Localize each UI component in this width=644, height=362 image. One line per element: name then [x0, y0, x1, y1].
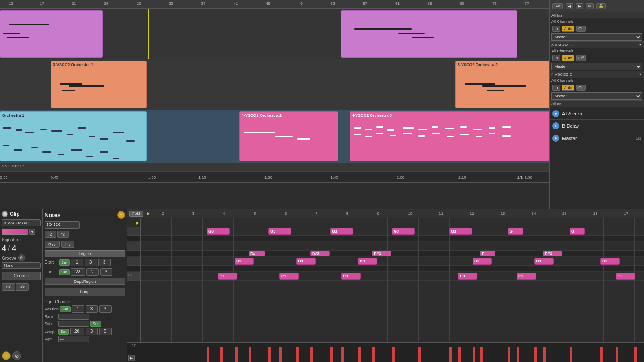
dropdown-arrow-icon[interactable]: ▼: [29, 229, 35, 235]
end-val1[interactable]: [71, 268, 85, 276]
note-g3-bar8[interactable]: G3: [330, 228, 353, 235]
clip-purple-1[interactable]: [0, 10, 103, 58]
clip-name-display[interactable]: 3-VSCO2 Orc: [2, 219, 41, 226]
rt2-master-select[interactable]: Master: [551, 63, 642, 70]
groove-btn[interactable]: ⚙: [18, 254, 25, 261]
vel-play-btn[interactable]: ▶: [128, 355, 135, 361]
send-reverb-icon[interactable]: ▶: [552, 110, 559, 117]
len-val2[interactable]: [86, 328, 98, 335]
piano-key-fs3[interactable]: [127, 236, 140, 242]
pos-val2[interactable]: [86, 305, 98, 313]
clip-lightblue-1[interactable]: Orchestra 1: [0, 111, 147, 161]
nav-prev-btn[interactable]: <<: [2, 283, 15, 291]
groove-value[interactable]: None: [2, 262, 41, 269]
start-val3[interactable]: [98, 259, 111, 266]
note-c3-bar4[interactable]: C3: [218, 273, 237, 280]
dupl-region-btn[interactable]: Dupl.Region: [45, 278, 125, 285]
len-val1[interactable]: [70, 328, 84, 335]
rt2-in-btn[interactable]: In: [552, 55, 560, 61]
rt2-auto-btn[interactable]: Auto: [562, 55, 575, 61]
note-c3-bar17[interactable]: C3: [616, 273, 635, 280]
send-master-icon[interactable]: ▶: [552, 135, 559, 142]
note-g3-bar10[interactable]: G3: [392, 228, 415, 235]
note-ds3-bar7[interactable]: D#3: [310, 251, 330, 256]
note-c3-bar8[interactable]: C3: [341, 273, 361, 280]
rt3-in-btn[interactable]: In: [552, 85, 560, 91]
note-ds3-bar5[interactable]: D#: [249, 251, 265, 256]
note-g3-bar6[interactable]: G3: [268, 228, 291, 235]
note-c3-bar14[interactable]: C3: [517, 273, 536, 280]
sub-input[interactable]: [58, 321, 89, 327]
set-button[interactable]: Set: [552, 3, 563, 9]
sub-set-btn[interactable]: Set: [90, 321, 101, 327]
note-d3-bar15[interactable]: D3: [534, 258, 554, 265]
note-d-bar13[interactable]: D: [480, 251, 495, 256]
loop-btn[interactable]: Loop: [45, 288, 125, 296]
piano-key-e3[interactable]: [127, 242, 140, 251]
lock-btn[interactable]: 🔒: [596, 3, 606, 9]
end-set-btn[interactable]: Set: [59, 269, 70, 275]
note-ds3-bar9[interactable]: D#3: [372, 251, 391, 256]
len-val3[interactable]: [99, 328, 112, 335]
note-g3-bar16[interactable]: G: [570, 228, 585, 235]
pos-val1[interactable]: [72, 305, 84, 313]
notes-expand-btn[interactable]: +: [117, 211, 125, 219]
rev-btn[interactable]: Rev: [45, 241, 60, 248]
note-ds3-bar15[interactable]: D#3: [543, 251, 562, 256]
fold-btn[interactable]: Fold: [129, 211, 143, 217]
legato-btn[interactable]: Legato: [45, 250, 125, 257]
pgm-input[interactable]: [58, 336, 89, 342]
piano-key-g3[interactable]: [127, 227, 140, 236]
commit-button[interactable]: Commit: [2, 272, 41, 280]
rt1-master-select[interactable]: Master: [551, 33, 642, 41]
sig-bottom[interactable]: 4: [12, 244, 16, 252]
piano-key-d3[interactable]: [127, 257, 140, 266]
color-swatch[interactable]: [2, 229, 28, 235]
note-d3-bar17[interactable]: D3: [600, 258, 620, 265]
note-d3-bar13[interactable]: D3: [473, 258, 492, 265]
clip-icon-dark[interactable]: ⊘: [12, 351, 21, 360]
inv-btn[interactable]: Inv: [61, 241, 74, 248]
clip-purple-2[interactable]: [341, 10, 517, 58]
clip-icon-yellow[interactable]: ♪: [2, 351, 11, 360]
length-set-btn[interactable]: Set: [58, 329, 69, 335]
rt1-auto-btn[interactable]: Auto: [562, 26, 575, 32]
note-grid[interactable]: G3 G3 G3 G3 G3 G G G3 D# D#3 D#3 D D#3 D…: [141, 218, 644, 342]
rt3-master-select[interactable]: Master: [551, 92, 642, 100]
start-set-btn[interactable]: Set: [59, 259, 70, 266]
piano-key-ds3[interactable]: [127, 251, 140, 257]
piano-key-cs3[interactable]: [127, 266, 140, 272]
clip-salmon-2[interactable]: 3-VSCO2 Orchestra 2: [455, 61, 549, 108]
note-g3-bar14[interactable]: G: [508, 228, 523, 235]
pos-val3[interactable]: [99, 305, 112, 313]
nav-left-btn[interactable]: ◀: [566, 3, 573, 9]
send-delay-icon[interactable]: ▶: [552, 122, 559, 129]
offset-2-btn[interactable]: :2: [45, 231, 56, 238]
rt1-off-btn[interactable]: Off: [576, 26, 586, 32]
clip-pink-2[interactable]: 4-VSCO2 Orchestra 3: [350, 111, 549, 161]
note-g3-bar4[interactable]: G3: [207, 228, 230, 235]
sig-top[interactable]: 4: [2, 244, 6, 252]
start-val1[interactable]: [71, 259, 83, 266]
clip-salmon-1[interactable]: 3-VSCO2 Orchestra 1: [51, 61, 147, 108]
note-range-input[interactable]: [45, 221, 80, 229]
offset-x2-btn[interactable]: *2: [57, 231, 69, 238]
rt1-in-btn[interactable]: In: [552, 26, 560, 32]
note-c3-bar12[interactable]: C3: [458, 273, 477, 280]
nav-next-btn[interactable]: >>: [16, 283, 29, 291]
nav-right-btn[interactable]: ▶: [576, 3, 583, 9]
note-c3-bar6[interactable]: C3: [279, 273, 299, 280]
start-val2[interactable]: [85, 259, 97, 266]
rt3-auto-btn[interactable]: Auto: [562, 85, 575, 91]
bank-input[interactable]: [58, 314, 89, 320]
pencil-btn[interactable]: ✏: [586, 3, 594, 9]
rt2-off-btn[interactable]: Off: [576, 55, 586, 61]
position-set-btn[interactable]: Set: [60, 306, 71, 312]
rt3-off-btn[interactable]: Off: [576, 85, 586, 91]
piano-key-c3[interactable]: C3: [127, 272, 140, 281]
end-val3[interactable]: [100, 268, 112, 276]
note-d3-bar9[interactable]: D3: [358, 258, 377, 265]
note-d3-bar7[interactable]: D3: [296, 258, 316, 265]
note-g3-bar12[interactable]: G3: [449, 228, 472, 235]
note-d3-bar5[interactable]: D3: [235, 258, 254, 265]
